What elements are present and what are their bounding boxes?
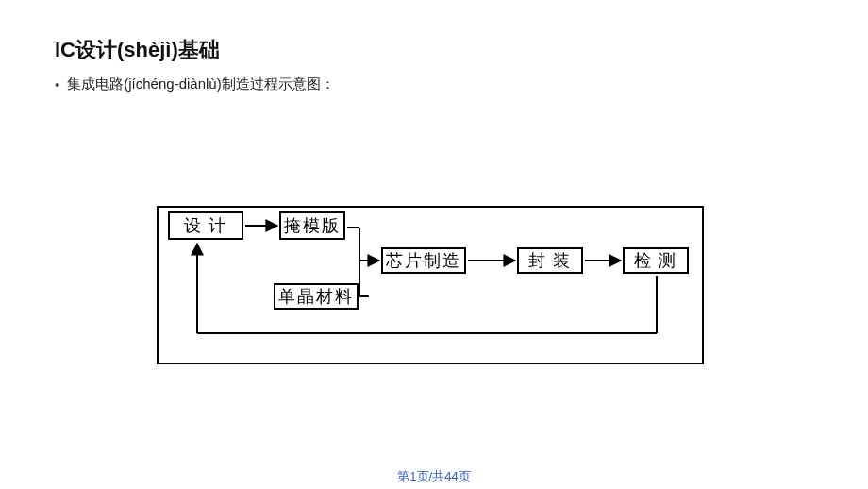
box-mono: 单晶材料 <box>274 283 359 310</box>
page-number: 第1页/共44页 <box>397 468 470 485</box>
box-test: 检 测 <box>623 247 689 274</box>
bullet-icon: • <box>55 76 59 93</box>
box-pack: 封 装 <box>517 247 583 274</box>
box-chip: 芯片制造 <box>381 247 466 274</box>
box-design: 设 计 <box>168 211 243 240</box>
box-mask: 掩模版 <box>279 211 345 240</box>
subtitle-row: • 集成电路(jíchéng-diànlù)制造过程示意图： <box>55 76 335 93</box>
subtitle-text: 集成电路(jíchéng-diànlù)制造过程示意图： <box>67 76 334 93</box>
page-title: IC设计(shèjì)基础 <box>55 36 220 64</box>
